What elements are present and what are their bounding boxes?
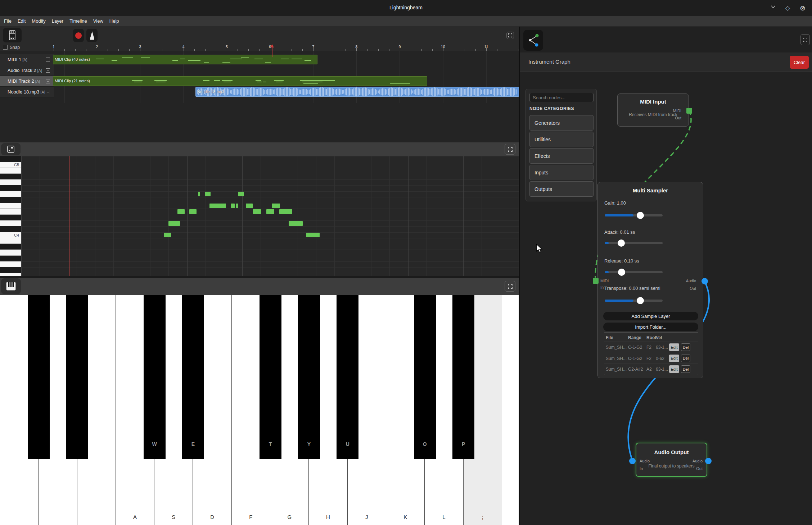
import-folder-button[interactable]: Import Folder...: [603, 323, 698, 331]
white-key-13[interactable]: [502, 295, 519, 525]
track-row-midi-track-2[interactable]: MIDI Track 2[A]–: [0, 76, 54, 87]
piano-roll-white-key[interactable]: [0, 273, 21, 276]
piano-roll-black-key[interactable]: [0, 156, 21, 162]
track-checkbox[interactable]: –: [46, 58, 50, 62]
midi-note[interactable]: [231, 204, 235, 208]
slider-thumb[interactable]: [618, 239, 625, 247]
piano-roll-white-key[interactable]: [0, 203, 21, 209]
edit-button[interactable]: Edit: [669, 343, 679, 351]
piano-roll-white-key[interactable]: C4: [0, 232, 21, 238]
midi-out-port[interactable]: [686, 108, 692, 114]
delete-button[interactable]: Del: [681, 365, 690, 373]
piano-roll-white-key[interactable]: [0, 191, 21, 197]
piano-roll-black-key[interactable]: [0, 185, 21, 191]
piano-roll-expand-button[interactable]: [505, 144, 515, 155]
piano-roll-white-key[interactable]: [0, 250, 21, 255]
menu-item-timeline[interactable]: Timeline: [69, 18, 93, 24]
clip-midi-clip-21-notes-[interactable]: MIDI Clip (21 notes): [53, 76, 427, 86]
category-inputs[interactable]: Inputs: [529, 165, 594, 180]
black-key-2[interactable]: [66, 295, 88, 459]
midi-note[interactable]: [253, 209, 261, 214]
piano-roll-grid[interactable]: C5C4: [0, 156, 519, 276]
chevron-down-icon[interactable]: [770, 4, 776, 12]
param-slider-1[interactable]: [605, 242, 663, 244]
timeline-expand-button[interactable]: [506, 32, 514, 39]
black-key-11[interactable]: O: [414, 295, 436, 459]
slider-thumb[interactable]: [637, 297, 644, 304]
midi-note[interactable]: [168, 221, 180, 226]
clip-noodle-18-mp3[interactable]: Noodle 18.mp3: [195, 87, 519, 97]
piano-roll-white-key[interactable]: [0, 168, 21, 174]
node-midi-input[interactable]: MIDI Input Receives MIDI from track MIDI…: [617, 93, 689, 127]
search-input[interactable]: [529, 93, 594, 102]
clip-midi-clip-40-notes-[interactable]: MIDI Clip (40 notes): [53, 55, 317, 64]
black-key-8[interactable]: Y: [298, 295, 320, 459]
track-row-midi-1[interactable]: MIDI 1[A]–: [0, 54, 54, 65]
track-row-audio-track-2[interactable]: Audio Track 2[A]–: [0, 65, 54, 76]
piano-roll-black-key[interactable]: [0, 215, 21, 220]
track-checkbox[interactable]: –: [46, 79, 50, 83]
midi-note[interactable]: [236, 204, 238, 208]
piano-roll-white-key[interactable]: [0, 238, 21, 244]
delete-button[interactable]: Del: [681, 355, 690, 362]
black-key-4[interactable]: W: [144, 295, 166, 459]
node-audio-output[interactable]: Audio Output Final output to speakers Au…: [636, 443, 707, 477]
menu-item-file[interactable]: File: [3, 18, 17, 24]
audio-in-port[interactable]: [629, 458, 636, 464]
graph-view-button[interactable]: [523, 30, 543, 51]
midi-note[interactable]: [198, 192, 200, 196]
menu-item-edit[interactable]: Edit: [18, 18, 31, 24]
midi-note[interactable]: [279, 209, 292, 214]
piano-roll-white-key[interactable]: [0, 209, 21, 214]
menu-item-layer[interactable]: Layer: [52, 18, 69, 24]
edit-button[interactable]: Edit: [669, 365, 679, 373]
category-effects[interactable]: Effects: [529, 148, 594, 164]
menu-item-view[interactable]: View: [93, 18, 109, 24]
category-outputs[interactable]: Outputs: [529, 181, 594, 197]
black-key-9[interactable]: U: [337, 295, 358, 459]
piano-roll-layout-button[interactable]: [1, 143, 21, 155]
timeline-ruler[interactable]: Snap 1234567891011: [0, 44, 519, 51]
audio-out-port[interactable]: [705, 458, 712, 464]
graph-expand-button[interactable]: [800, 34, 810, 45]
black-key-5[interactable]: E: [182, 295, 204, 459]
metronome-button[interactable]: [86, 29, 98, 42]
midi-note[interactable]: [189, 209, 197, 214]
diamond-icon[interactable]: ◇: [785, 4, 790, 12]
param-slider-3[interactable]: [605, 300, 663, 302]
tracks-area[interactable]: MIDI 1[A]–Audio Track 2[A]–MIDI Track 2[…: [0, 51, 519, 103]
close-icon[interactable]: ⊗: [800, 4, 806, 12]
delete-button[interactable]: Del: [681, 343, 690, 351]
snap-checkbox[interactable]: [3, 45, 8, 50]
midi-note[interactable]: [164, 233, 171, 237]
midi-note[interactable]: [205, 192, 211, 196]
black-key-7[interactable]: T: [260, 295, 281, 459]
midi-note[interactable]: [266, 209, 274, 214]
piano-roll-white-key[interactable]: C5: [0, 162, 21, 168]
add-sample-layer-button[interactable]: Add Sample Layer: [603, 312, 698, 320]
record-button[interactable]: [73, 29, 84, 42]
slider-thumb[interactable]: [618, 269, 625, 276]
menu-item-help[interactable]: Help: [109, 18, 125, 24]
category-utilities[interactable]: Utilities: [529, 132, 594, 147]
black-key-1[interactable]: [28, 295, 50, 459]
piano-roll-black-key[interactable]: [0, 174, 21, 179]
track-row-noodle-18-mp3[interactable]: Noodle 18.mp3[A]–: [0, 87, 54, 97]
menu-item-modify[interactable]: Modify: [32, 18, 51, 24]
edit-button[interactable]: Edit: [669, 355, 679, 362]
clear-button[interactable]: Clear: [790, 56, 809, 69]
param-slider-0[interactable]: [605, 214, 663, 216]
piano-roll-white-key[interactable]: [0, 220, 21, 226]
piano-roll-black-key[interactable]: [0, 226, 21, 232]
node-multi-sampler[interactable]: Multi Sampler Gain: 1.00Attack: 0.01 ssR…: [597, 182, 703, 378]
film-roll-button[interactable]: [3, 28, 22, 42]
midi-note[interactable]: [177, 209, 185, 214]
midi-note[interactable]: [238, 192, 244, 196]
piano-roll-white-key[interactable]: [0, 179, 21, 185]
keyboard-expand-button[interactable]: [505, 281, 515, 292]
midi-note[interactable]: [209, 204, 226, 208]
piano-roll-black-key[interactable]: [0, 256, 21, 261]
track-checkbox[interactable]: –: [46, 68, 50, 73]
midi-in-port[interactable]: [593, 278, 599, 284]
midi-note[interactable]: [289, 221, 303, 226]
